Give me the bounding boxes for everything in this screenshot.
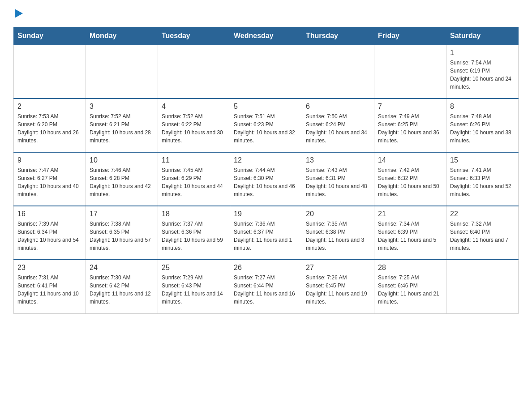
day-number: 15 xyxy=(450,156,515,164)
calendar-cell: 6Sunrise: 7:50 AMSunset: 6:24 PMDaylight… xyxy=(302,98,374,152)
calendar-cell: 17Sunrise: 7:38 AMSunset: 6:35 PMDayligh… xyxy=(86,206,158,260)
calendar-cell: 8Sunrise: 7:48 AMSunset: 6:26 PMDaylight… xyxy=(446,98,519,152)
day-number: 6 xyxy=(306,103,370,111)
day-info: Sunrise: 7:34 AMSunset: 6:39 PMDaylight:… xyxy=(378,220,442,252)
calendar-week-row: 1Sunrise: 7:54 AMSunset: 6:19 PMDaylight… xyxy=(14,45,519,98)
weekday-header-monday: Monday xyxy=(86,27,158,45)
day-number: 3 xyxy=(90,103,154,111)
calendar-cell: 1Sunrise: 7:54 AMSunset: 6:19 PMDaylight… xyxy=(446,45,519,98)
day-number: 7 xyxy=(378,103,442,111)
day-info: Sunrise: 7:44 AMSunset: 6:30 PMDaylight:… xyxy=(234,166,298,198)
day-number: 26 xyxy=(234,264,298,272)
day-info: Sunrise: 7:53 AMSunset: 6:20 PMDaylight:… xyxy=(17,112,82,145)
day-number: 20 xyxy=(306,210,370,218)
calendar-cell: 21Sunrise: 7:34 AMSunset: 6:39 PMDayligh… xyxy=(374,206,446,260)
day-info: Sunrise: 7:30 AMSunset: 6:42 PMDaylight:… xyxy=(90,274,154,306)
day-number: 10 xyxy=(90,156,154,164)
calendar-cell: 22Sunrise: 7:32 AMSunset: 6:40 PMDayligh… xyxy=(446,206,519,260)
day-info: Sunrise: 7:46 AMSunset: 6:28 PMDaylight:… xyxy=(90,166,154,198)
weekday-header-sunday: Sunday xyxy=(14,27,86,45)
calendar-cell xyxy=(14,45,86,98)
calendar-cell: 24Sunrise: 7:30 AMSunset: 6:42 PMDayligh… xyxy=(86,260,158,313)
day-info: Sunrise: 7:38 AMSunset: 6:35 PMDaylight:… xyxy=(90,220,154,252)
day-number: 16 xyxy=(17,210,82,218)
day-info: Sunrise: 7:43 AMSunset: 6:31 PMDaylight:… xyxy=(306,166,370,198)
calendar-cell: 3Sunrise: 7:52 AMSunset: 6:21 PMDaylight… xyxy=(86,98,158,152)
calendar-cell: 19Sunrise: 7:36 AMSunset: 6:37 PMDayligh… xyxy=(230,206,302,260)
day-info: Sunrise: 7:31 AMSunset: 6:41 PMDaylight:… xyxy=(17,274,82,306)
calendar-cell: 16Sunrise: 7:39 AMSunset: 6:34 PMDayligh… xyxy=(14,206,86,260)
day-number: 25 xyxy=(162,264,226,272)
day-number: 2 xyxy=(17,103,82,111)
calendar-cell xyxy=(374,45,446,98)
calendar-cell: 18Sunrise: 7:37 AMSunset: 6:36 PMDayligh… xyxy=(158,206,230,260)
calendar-week-row: 23Sunrise: 7:31 AMSunset: 6:41 PMDayligh… xyxy=(14,260,519,313)
day-info: Sunrise: 7:32 AMSunset: 6:40 PMDaylight:… xyxy=(450,220,515,252)
day-number: 19 xyxy=(234,210,298,218)
day-number: 8 xyxy=(450,103,515,111)
calendar-cell: 4Sunrise: 7:52 AMSunset: 6:22 PMDaylight… xyxy=(158,98,230,152)
svg-marker-0 xyxy=(15,9,23,18)
calendar-cell: 5Sunrise: 7:51 AMSunset: 6:23 PMDaylight… xyxy=(230,98,302,152)
calendar-cell: 2Sunrise: 7:53 AMSunset: 6:20 PMDaylight… xyxy=(14,98,86,152)
day-number: 4 xyxy=(162,103,226,111)
calendar-cell xyxy=(446,260,519,313)
calendar-cell: 14Sunrise: 7:42 AMSunset: 6:32 PMDayligh… xyxy=(374,152,446,206)
day-number: 9 xyxy=(17,156,82,164)
calendar-header-row: SundayMondayTuesdayWednesdayThursdayFrid… xyxy=(14,27,519,45)
weekday-header-tuesday: Tuesday xyxy=(158,27,230,45)
weekday-header-friday: Friday xyxy=(374,27,446,45)
calendar-week-row: 2Sunrise: 7:53 AMSunset: 6:20 PMDaylight… xyxy=(14,98,519,152)
calendar-week-row: 16Sunrise: 7:39 AMSunset: 6:34 PMDayligh… xyxy=(14,206,519,260)
day-number: 11 xyxy=(162,156,226,164)
day-number: 1 xyxy=(450,49,515,57)
day-info: Sunrise: 7:41 AMSunset: 6:33 PMDaylight:… xyxy=(450,166,515,198)
calendar-cell: 7Sunrise: 7:49 AMSunset: 6:25 PMDaylight… xyxy=(374,98,446,152)
day-number: 27 xyxy=(306,264,370,272)
day-info: Sunrise: 7:27 AMSunset: 6:44 PMDaylight:… xyxy=(234,274,298,306)
calendar-cell: 25Sunrise: 7:29 AMSunset: 6:43 PMDayligh… xyxy=(158,260,230,313)
day-number: 24 xyxy=(90,264,154,272)
day-number: 5 xyxy=(234,103,298,111)
day-number: 22 xyxy=(450,210,515,218)
day-info: Sunrise: 7:37 AMSunset: 6:36 PMDaylight:… xyxy=(162,220,226,252)
day-info: Sunrise: 7:52 AMSunset: 6:21 PMDaylight:… xyxy=(90,112,154,145)
day-number: 21 xyxy=(378,210,442,218)
logo-triangle-icon xyxy=(15,9,23,18)
day-number: 17 xyxy=(90,210,154,218)
calendar-cell: 20Sunrise: 7:35 AMSunset: 6:38 PMDayligh… xyxy=(302,206,374,260)
day-info: Sunrise: 7:52 AMSunset: 6:22 PMDaylight:… xyxy=(162,112,226,145)
calendar-cell: 27Sunrise: 7:26 AMSunset: 6:45 PMDayligh… xyxy=(302,260,374,313)
day-info: Sunrise: 7:51 AMSunset: 6:23 PMDaylight:… xyxy=(234,112,298,145)
page-header xyxy=(13,9,519,18)
calendar-cell: 11Sunrise: 7:45 AMSunset: 6:29 PMDayligh… xyxy=(158,152,230,206)
day-info: Sunrise: 7:47 AMSunset: 6:27 PMDaylight:… xyxy=(17,166,82,198)
calendar-cell: 23Sunrise: 7:31 AMSunset: 6:41 PMDayligh… xyxy=(14,260,86,313)
calendar-cell xyxy=(86,45,158,98)
calendar-cell: 9Sunrise: 7:47 AMSunset: 6:27 PMDaylight… xyxy=(14,152,86,206)
day-info: Sunrise: 7:49 AMSunset: 6:25 PMDaylight:… xyxy=(378,112,442,145)
day-info: Sunrise: 7:48 AMSunset: 6:26 PMDaylight:… xyxy=(450,112,515,145)
day-info: Sunrise: 7:29 AMSunset: 6:43 PMDaylight:… xyxy=(162,274,226,306)
day-info: Sunrise: 7:26 AMSunset: 6:45 PMDaylight:… xyxy=(306,274,370,306)
day-number: 14 xyxy=(378,156,442,164)
weekday-header-saturday: Saturday xyxy=(446,27,519,45)
day-number: 12 xyxy=(234,156,298,164)
calendar-cell: 10Sunrise: 7:46 AMSunset: 6:28 PMDayligh… xyxy=(86,152,158,206)
calendar-cell xyxy=(302,45,374,98)
day-info: Sunrise: 7:50 AMSunset: 6:24 PMDaylight:… xyxy=(306,112,370,145)
calendar-cell xyxy=(230,45,302,98)
calendar-cell xyxy=(158,45,230,98)
calendar-cell: 13Sunrise: 7:43 AMSunset: 6:31 PMDayligh… xyxy=(302,152,374,206)
day-info: Sunrise: 7:54 AMSunset: 6:19 PMDaylight:… xyxy=(450,59,515,91)
calendar-cell: 12Sunrise: 7:44 AMSunset: 6:30 PMDayligh… xyxy=(230,152,302,206)
day-info: Sunrise: 7:39 AMSunset: 6:34 PMDaylight:… xyxy=(17,220,82,252)
day-info: Sunrise: 7:36 AMSunset: 6:37 PMDaylight:… xyxy=(234,220,298,252)
day-number: 23 xyxy=(17,264,82,272)
calendar-table: SundayMondayTuesdayWednesdayThursdayFrid… xyxy=(13,27,519,314)
day-number: 28 xyxy=(378,264,442,272)
calendar-cell: 28Sunrise: 7:25 AMSunset: 6:46 PMDayligh… xyxy=(374,260,446,313)
weekday-header-wednesday: Wednesday xyxy=(230,27,302,45)
day-info: Sunrise: 7:35 AMSunset: 6:38 PMDaylight:… xyxy=(306,220,370,252)
logo xyxy=(13,9,23,18)
